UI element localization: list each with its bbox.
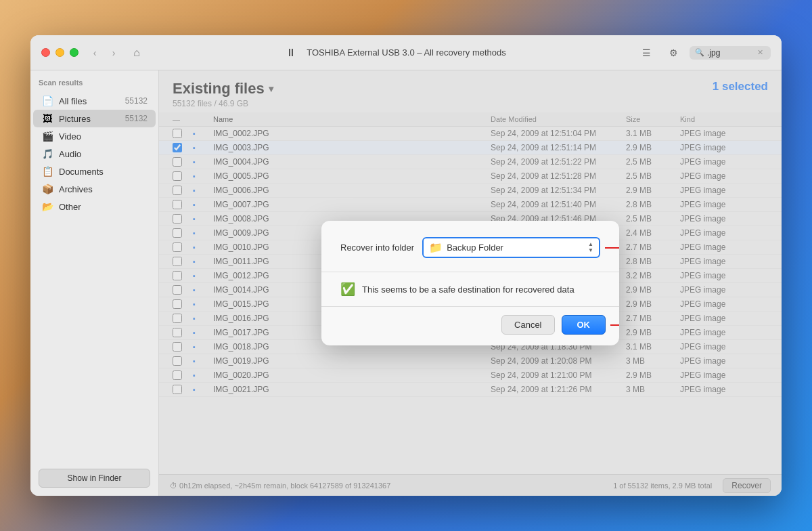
audio-icon: 🎵	[41, 148, 53, 159]
sidebar-item-archives[interactable]: 📦 Archives	[33, 180, 156, 198]
main-window: ‹ › ⌂ ⏸ TOSHIBA External USB 3.0 – All r…	[30, 35, 782, 496]
main-content: Scan results 📄 All files 55132 🖼 Picture…	[30, 70, 782, 496]
scan-results-label: Scan results	[30, 79, 158, 92]
folder-arrows-icon: ▲ ▼	[588, 242, 593, 253]
sidebar-label-audio: Audio	[59, 149, 148, 159]
sidebar-label-all-files: All files	[59, 96, 120, 106]
dialog-buttons: Cancel OK	[321, 306, 619, 345]
recover-dialog: Recover into folder 📁 Backup Folder ▲ ▼	[321, 221, 619, 345]
sidebar-item-other[interactable]: 📂 Other	[33, 198, 156, 215]
sidebar-item-documents[interactable]: 📋 Documents	[33, 163, 156, 180]
dialog-folder-label: Recover into folder	[340, 242, 414, 253]
ok-annotation-arrow	[610, 321, 619, 329]
traffic-lights	[41, 48, 78, 57]
window-title: TOSHIBA External USB 3.0 – All recovery …	[307, 47, 506, 58]
sidebar-label-archives: Archives	[59, 184, 148, 194]
video-icon: 🎬	[41, 131, 53, 142]
nav-buttons: ‹ ›	[87, 45, 122, 60]
show-in-finder-button[interactable]: Show in Finder	[39, 469, 150, 488]
nav-forward-button[interactable]: ›	[106, 45, 122, 60]
sidebar-item-all-files[interactable]: 📄 All files 55132	[33, 92, 156, 110]
dialog-body: Recover into folder 📁 Backup Folder ▲ ▼	[321, 221, 619, 258]
sidebar-label-pictures: Pictures	[59, 114, 120, 124]
search-icon: 🔍	[695, 48, 704, 57]
sidebar-label-video: Video	[59, 131, 148, 142]
sidebar: Scan results 📄 All files 55132 🖼 Picture…	[30, 70, 159, 496]
close-button[interactable]	[41, 48, 50, 57]
sidebar-item-video[interactable]: 🎬 Video	[33, 127, 156, 145]
folder-icon: 📁	[429, 241, 443, 254]
search-box: 🔍 ✕	[690, 46, 771, 60]
file-area: Existing files ▾ 55132 files / 46.9 GB 1…	[159, 70, 782, 496]
dialog-folder-row: Recover into folder 📁 Backup Folder ▲ ▼	[340, 237, 600, 258]
settings-button[interactable]: ⚙	[664, 45, 683, 60]
cancel-button[interactable]: Cancel	[501, 315, 554, 335]
ok-arrow-line	[610, 324, 619, 326]
dialog-overlay: Recover into folder 📁 Backup Folder ▲ ▼	[159, 70, 782, 496]
folder-annotation-arrow	[605, 244, 619, 252]
titlebar: ‹ › ⌂ ⏸ TOSHIBA External USB 3.0 – All r…	[30, 35, 782, 70]
maximize-button[interactable]	[70, 48, 78, 57]
safe-text: This seems to be a safe destination for …	[362, 284, 574, 295]
pause-button[interactable]: ⏸	[284, 45, 298, 60]
home-button[interactable]: ⌂	[127, 45, 146, 60]
nav-back-button[interactable]: ‹	[87, 45, 103, 60]
sidebar-item-pictures[interactable]: 🖼 Pictures 55132	[33, 110, 156, 127]
sidebar-label-documents: Documents	[59, 167, 148, 177]
titlebar-center: ⏸ TOSHIBA External USB 3.0 – All recover…	[154, 45, 635, 60]
folder-name-label: Backup Folder	[447, 242, 584, 253]
titlebar-right: ☰ ⚙ 🔍 ✕	[635, 45, 771, 60]
sidebar-item-audio[interactable]: 🎵 Audio	[33, 145, 156, 163]
pictures-icon: 🖼	[41, 113, 53, 124]
ok-button[interactable]: OK	[562, 315, 606, 335]
sidebar-label-other: Other	[59, 202, 148, 212]
view-toggle-button[interactable]: ☰	[635, 45, 657, 60]
search-clear-icon[interactable]: ✕	[757, 48, 763, 57]
ok-button-wrapper: OK	[562, 315, 606, 335]
safe-check-icon: ✅	[340, 282, 355, 297]
minimize-button[interactable]	[55, 48, 64, 57]
arrow-line	[605, 247, 619, 249]
sidebar-count-all-files: 55132	[125, 96, 148, 106]
dialog-safe-message: ✅ This seems to be a safe destination fo…	[321, 272, 619, 306]
all-files-icon: 📄	[41, 95, 53, 106]
other-icon: 📂	[41, 201, 53, 212]
documents-icon: 📋	[41, 166, 53, 177]
sidebar-count-pictures: 55132	[125, 114, 148, 123]
archives-icon: 📦	[41, 184, 53, 194]
folder-selector[interactable]: 📁 Backup Folder ▲ ▼	[422, 237, 600, 258]
search-input[interactable]	[707, 48, 754, 58]
